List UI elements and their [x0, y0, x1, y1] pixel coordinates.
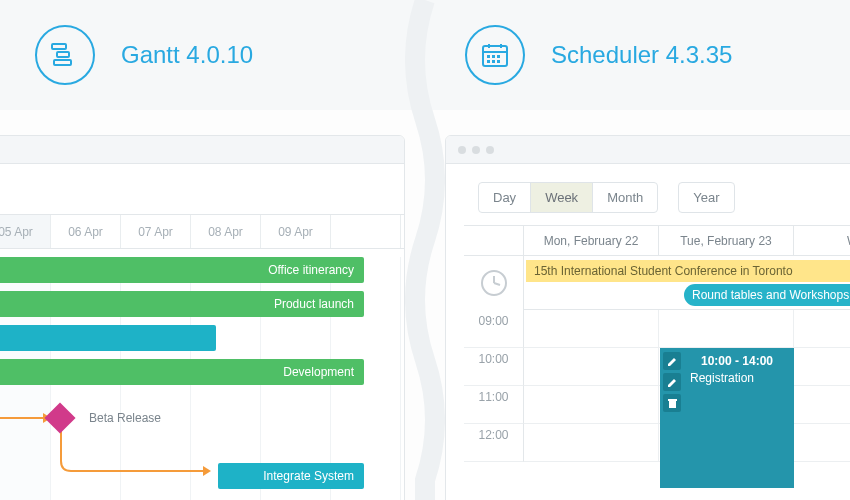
day-header: Tue, February 23	[659, 226, 794, 255]
scheduler-panel: Day Week Month Year Mon, February 22 Tue…	[445, 135, 850, 500]
hour-label: 09:00	[464, 310, 524, 348]
gantt-bar-integrate[interactable]: Integrate System	[218, 463, 364, 489]
gantt-bar-office[interactable]: Office itinerancy	[0, 257, 364, 283]
allday-roundtables[interactable]: Round tables and Workshops	[684, 284, 850, 306]
event-registration[interactable]: 10:00 - 14:00 Registration	[660, 348, 794, 488]
svg-rect-1	[57, 52, 69, 57]
gantt-date: 06 Apr	[51, 215, 121, 248]
gantt-date: 09 Apr	[261, 215, 331, 248]
allday-conference[interactable]: 15th International Student Conference in…	[526, 260, 850, 282]
svg-rect-9	[497, 55, 500, 58]
milestone-label: Beta Release	[89, 411, 161, 425]
gantt-date: 08 Apr	[191, 215, 261, 248]
svg-rect-0	[52, 44, 66, 49]
hour-label: 10:00	[464, 348, 524, 386]
view-switcher: Day Week Month Year	[478, 182, 850, 213]
tab-day[interactable]: Day	[479, 183, 531, 212]
allday-clock	[464, 256, 524, 310]
edit-icon[interactable]	[663, 352, 681, 370]
gantt-date-row: 05 Apr 06 Apr 07 Apr 08 Apr 09 Apr	[0, 214, 404, 249]
svg-rect-7	[487, 55, 490, 58]
gantt-icon	[35, 25, 95, 85]
tab-year[interactable]: Year	[679, 183, 733, 212]
gantt-title: Gantt 4.0.10	[121, 41, 253, 69]
trash-icon[interactable]	[663, 394, 681, 412]
window-chrome	[446, 136, 850, 164]
gantt-date: 07 Apr	[121, 215, 191, 248]
window-chrome	[0, 136, 404, 164]
event-title: Registration	[690, 371, 754, 385]
day-header: Wed,	[794, 226, 850, 255]
svg-rect-10	[487, 60, 490, 63]
svg-rect-8	[492, 55, 495, 58]
gantt-header: Gantt 4.0.10	[0, 0, 425, 110]
svg-line-15	[494, 283, 500, 285]
scheduler-header: Scheduler 4.3.35	[425, 0, 850, 110]
tab-week[interactable]: Week	[531, 183, 593, 212]
svg-rect-11	[492, 60, 495, 63]
hour-label: 12:00	[464, 424, 524, 462]
day-header: Mon, February 22	[524, 226, 659, 255]
calendar-icon	[465, 25, 525, 85]
gantt-date: 05 Apr	[0, 215, 51, 248]
svg-rect-2	[54, 60, 71, 65]
event-time: 10:00 - 14:00	[690, 354, 784, 368]
gantt-bar-product[interactable]: Product launch	[0, 291, 364, 317]
gantt-panel: 05 Apr 06 Apr 07 Apr 08 Apr 09 Apr Offic…	[0, 135, 405, 500]
svg-rect-17	[668, 399, 677, 401]
tab-month[interactable]: Month	[593, 183, 657, 212]
hour-label: 11:00	[464, 386, 524, 424]
gantt-bar-testing[interactable]: rform Initial testing	[0, 325, 216, 351]
edit-icon[interactable]	[663, 373, 681, 391]
svg-rect-16	[669, 401, 676, 408]
svg-rect-12	[497, 60, 500, 63]
scheduler-title: Scheduler 4.3.35	[551, 41, 732, 69]
